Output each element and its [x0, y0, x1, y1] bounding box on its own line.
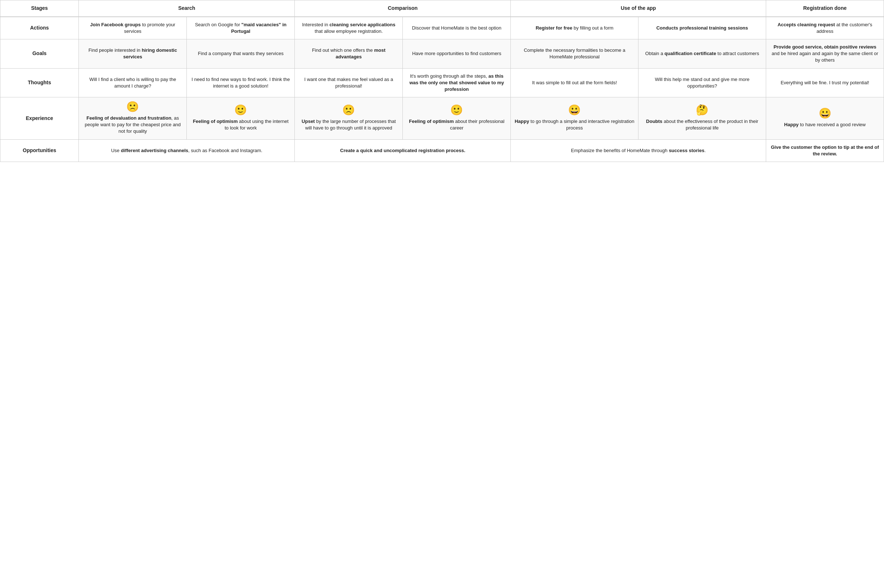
- goal-5: Complete the necessary formalities to be…: [511, 39, 638, 68]
- stage-thoughts: Thoughts: [0, 68, 79, 98]
- experience-5: 😀 Happy to go through a simple and inter…: [511, 98, 638, 140]
- thought-6: Will this help me stand out and give me …: [638, 68, 766, 98]
- thought-4: It's worth going through all the steps, …: [403, 68, 511, 98]
- action-2: Search on Google for "maid vacancies" in…: [187, 17, 295, 39]
- thought-3: I want one that makes me feel valued as …: [295, 68, 403, 98]
- experience-3: 🙁 Upset by the large number of processes…: [295, 98, 403, 140]
- opportunity-2: Create a quick and uncomplicated registr…: [295, 140, 511, 162]
- goal-4: Have more opportunities to find customer…: [403, 39, 511, 68]
- goal-7: Provide good service, obtain positive re…: [766, 39, 884, 68]
- action-7: Accepts cleaning request at the customer…: [766, 17, 884, 39]
- experience-2: 🙂 Feeling of optimism about using the in…: [187, 98, 295, 140]
- header-stages: Stages: [0, 0, 79, 17]
- happy-face-2-icon: 🙂: [407, 105, 507, 115]
- stage-actions: Actions: [0, 17, 79, 39]
- action-5: Register for free by filling out a form: [511, 17, 638, 39]
- opportunity-1: Use different advertising channels, such…: [79, 140, 295, 162]
- goal-3: Find out which one offers the most advan…: [295, 39, 403, 68]
- action-6: Conducts professional training sessions: [638, 17, 766, 39]
- stage-goals: Goals: [0, 39, 79, 68]
- very-happy-face-2-icon: 😀: [770, 108, 880, 118]
- header-registration-done: Registration done: [766, 0, 884, 17]
- sad-face-icon: 🙁: [83, 102, 183, 112]
- sad-face-2-icon: 🙁: [299, 105, 399, 115]
- thought-5: It was simple to fill out all the form f…: [511, 68, 638, 98]
- goal-2: Find a company that wants they services: [187, 39, 295, 68]
- experience-7: 😀 Happy to have received a good review: [766, 98, 884, 140]
- stage-experience: Experience: [0, 98, 79, 140]
- experience-6: 🤔 Doubts about the effectiveness of the …: [638, 98, 766, 140]
- action-1: Join Facebook groups to promote your ser…: [79, 17, 187, 39]
- journey-map-table: Stages Search Comparison Use of the app …: [0, 0, 884, 162]
- experience-1: 🙁 Feeling of devaluation and frustration…: [79, 98, 187, 140]
- happy-face-icon: 🙂: [191, 105, 291, 115]
- thought-1: Will I find a client who is willing to p…: [79, 68, 187, 98]
- action-4: Discover that HomeMate is the best optio…: [403, 17, 511, 39]
- thought-2: I need to find new ways to find work. I …: [187, 68, 295, 98]
- opportunity-4: Give the customer the option to tip at t…: [766, 140, 884, 162]
- header-comparison: Comparison: [295, 0, 511, 17]
- header-use-of-app: Use of the app: [511, 0, 766, 17]
- stage-opportunities: Opportunities: [0, 140, 79, 162]
- goal-6: Obtain a qualification certificate to at…: [638, 39, 766, 68]
- goal-1: Find people interested in hiring domesti…: [79, 39, 187, 68]
- action-3: Interested in cleaning service applicati…: [295, 17, 403, 39]
- opportunity-3: Emphasize the benefits of HomeMate throu…: [511, 140, 766, 162]
- experience-4: 🙂 Feeling of optimism about their profes…: [403, 98, 511, 140]
- confused-face-icon: 🤔: [642, 105, 762, 115]
- thought-7: Everything will be fine. I trust my pote…: [766, 68, 884, 98]
- header-search: Search: [79, 0, 295, 17]
- very-happy-face-icon: 😀: [515, 105, 635, 115]
